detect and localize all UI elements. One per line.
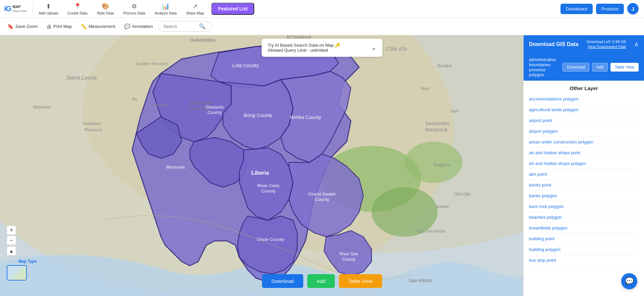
measurement-label: Measurement	[89, 24, 115, 29]
layer-item[interactable]: art and hobbie shops point	[529, 147, 639, 158]
style-data-label: Style Data	[97, 11, 114, 15]
search-input[interactable]	[163, 24, 197, 29]
print-map-label: Print Map	[53, 24, 72, 29]
products-button[interactable]: Products	[596, 4, 624, 14]
layer-list: accommodations polygonagricultural lands…	[524, 94, 644, 296]
nav-divider	[33, 3, 33, 15]
svg-text:Marahoué: Marahoué	[425, 127, 447, 132]
layer-item[interactable]: brownfields polygon	[529, 223, 639, 234]
ai-search-banner: Try AI Based Search Data on Map 🔑 Allowe…	[262, 39, 382, 57]
svg-text:County: County	[261, 188, 276, 194]
ai-banner-chevron-icon[interactable]: ⌄	[371, 44, 376, 51]
nav-right-actions: Dashboard Products J	[560, 3, 644, 14]
layer-item[interactable]: atm point	[529, 169, 639, 180]
chat-bubble-button[interactable]: 💬	[621, 273, 637, 289]
measurement-icon: 📏	[80, 24, 87, 30]
process-data-icon: ⚙	[131, 3, 137, 10]
download-left-text: Download Left: 5.98 GB	[587, 39, 626, 44]
nav-analyze-data[interactable]: 📊 Analyze Data	[150, 0, 181, 18]
panel-download-button[interactable]: Download	[562, 63, 589, 72]
layer-item[interactable]: building point	[529, 234, 639, 244]
panel-add-button[interactable]: Add	[592, 63, 608, 72]
svg-text:Gbarpolu: Gbarpolu	[205, 104, 224, 110]
featured-list-button[interactable]: Featured List	[211, 3, 254, 15]
ai-banner-text: Try AI Based Search Data on Map 🔑 Allowe…	[268, 43, 368, 53]
nav-style-data[interactable]: 🎨 Style Data	[92, 0, 118, 18]
panel-meta: Download Left: 5.98 GB View Downloaded D…	[587, 39, 626, 50]
nav-process-data[interactable]: ⚙ Process Data	[118, 0, 150, 18]
nav-share-map[interactable]: ↗ Share Map	[181, 0, 209, 18]
view-downloaded-link[interactable]: View Downloaded Data	[587, 44, 626, 49]
share-map-label: Share Map	[186, 11, 204, 15]
table-view-button[interactable]: Table View	[339, 274, 382, 288]
right-panel: Download GIS Data Download Left: 5.98 GB…	[523, 35, 644, 296]
layer-item[interactable]: accommodations polygon	[529, 94, 639, 104]
annotation-label: Annotation	[132, 24, 153, 29]
layer-item[interactable]: bus stop point	[529, 255, 639, 266]
svg-text:Bo: Bo	[132, 97, 137, 101]
other-layer-title: Other Layer	[524, 81, 644, 94]
style-data-icon: 🎨	[102, 3, 109, 10]
svg-text:River Gee: River Gee	[339, 252, 358, 256]
print-map-button[interactable]: 🖨 Print Map	[43, 22, 75, 31]
layer-item[interactable]: building polygon	[529, 244, 639, 255]
layer-item[interactable]: airport polygon	[529, 126, 639, 137]
svg-text:River Cess: River Cess	[257, 183, 279, 188]
svg-text:Sierra Leone: Sierra Leone	[66, 75, 97, 81]
annotation-button[interactable]: 💬 Annotation	[121, 22, 156, 32]
add-upload-label: Add Upload	[39, 11, 58, 15]
svg-text:Man: Man	[421, 86, 429, 91]
map-type-thumbnail[interactable]	[7, 265, 27, 281]
layer-item[interactable]: beaches polygon	[529, 212, 639, 223]
download-button[interactable]: Download	[262, 274, 303, 288]
svg-text:Lofa County: Lofa County	[232, 63, 259, 68]
svg-text:Yam: Yam	[450, 109, 459, 114]
logo: iG MAP ANALYSIS	[0, 4, 31, 13]
compass-button[interactable]: ▲	[7, 246, 16, 256]
layer-item[interactable]: banks polygon	[529, 191, 639, 201]
svg-text:San-Pédro: San-Pédro	[409, 278, 432, 283]
annotation-icon: 💬	[124, 24, 130, 30]
dashboard-button[interactable]: Dashboard	[560, 4, 593, 14]
zoom-out-button[interactable]: −	[7, 236, 16, 245]
svg-text:Sinoe County: Sinoe County	[257, 237, 284, 242]
layer-item[interactable]: areas under construction polygon	[529, 137, 639, 147]
panel-table-view-button[interactable]: Table View	[610, 63, 639, 72]
analyze-data-icon: 📊	[162, 3, 169, 10]
nav-add-upload[interactable]: ⬆ Add Upload	[34, 0, 63, 18]
svg-text:Monrovia: Monrovia	[166, 165, 185, 170]
save-zoom-button[interactable]: 🔖 Save Zoom	[4, 22, 41, 32]
add-button[interactable]: Add	[307, 274, 335, 288]
layer-item[interactable]: art and hobbie shops polygon	[529, 158, 639, 169]
process-data-label: Process Data	[123, 11, 145, 15]
save-zoom-label: Save Zoom	[15, 24, 38, 29]
add-upload-icon: ⬆	[46, 3, 51, 10]
map-thumb-image	[7, 266, 26, 280]
toolbar: 🔖 Save Zoom 🖨 Print Map 📏 Measurement 💬 …	[0, 18, 644, 35]
user-avatar[interactable]: J	[627, 3, 639, 14]
svg-text:Sassandra-: Sassandra-	[425, 121, 451, 126]
nav-create-data[interactable]: 📍 Create Data	[63, 0, 92, 18]
svg-text:Gôh-Djib: Gôh-Djib	[454, 192, 471, 197]
layer-item[interactable]: airport point	[529, 115, 639, 126]
layer-item[interactable]: bare rock polygon	[529, 201, 639, 212]
print-map-icon: 🖨	[46, 24, 51, 29]
map-zoom-controls: + − ▲	[7, 225, 16, 256]
svg-text:Eastern Province: Eastern Province	[136, 61, 168, 66]
layer-item[interactable]: agricultural lands polygon	[529, 104, 639, 115]
svg-text:Bas-Sassandra: Bas-Sassandra	[417, 229, 445, 234]
ai-banner-line2: Allowed Query Limit - unlimited	[268, 48, 368, 53]
save-zoom-icon: 🔖	[7, 24, 14, 30]
share-map-icon: ↗	[193, 3, 198, 10]
layer-item[interactable]: banks point	[529, 180, 639, 191]
svg-text:Waterloo: Waterloo	[33, 104, 51, 110]
bottom-action-buttons: Download Add Table View	[262, 274, 382, 288]
create-data-label: Create Data	[67, 11, 87, 15]
measurement-button[interactable]: 📏 Measurement	[77, 22, 118, 32]
svg-text:Province: Province	[85, 127, 102, 132]
panel-collapse-icon[interactable]: ∧	[634, 41, 639, 48]
logo-letters: iG	[4, 4, 11, 13]
chat-icon: 💬	[625, 277, 634, 286]
search-box[interactable]: 🔍	[158, 21, 212, 32]
zoom-in-button[interactable]: +	[7, 225, 16, 235]
